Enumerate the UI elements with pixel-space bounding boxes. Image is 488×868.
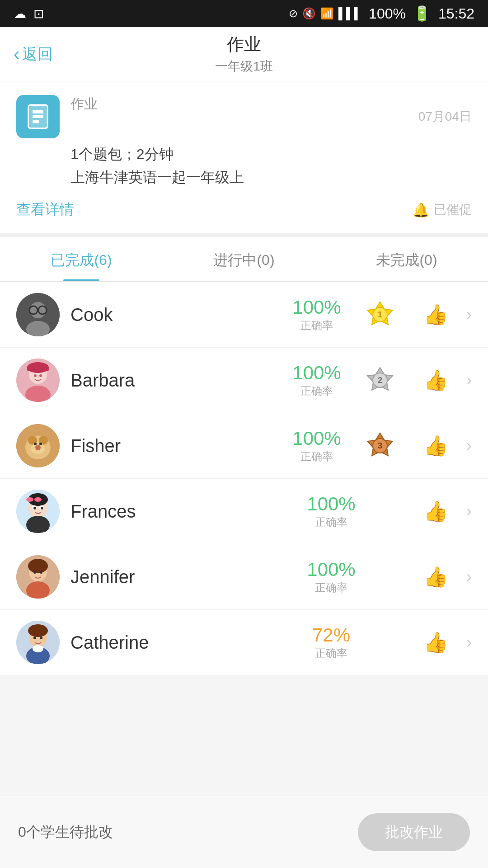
pending-count: 0个学生待批改	[18, 822, 113, 842]
tabs-bar: 已完成(6) 进行中(0) 未完成(0)	[0, 237, 488, 282]
assignment-label: 作业	[70, 96, 98, 111]
avatar	[16, 621, 60, 664]
student-name: Fisher	[70, 436, 279, 456]
table-row[interactable]: Jennifer 100% 正确率 👍 ›	[0, 544, 488, 610]
svg-point-60	[33, 645, 43, 652]
score-block: 72% 正确率	[304, 624, 358, 660]
thumbup-button[interactable]: 👍	[423, 434, 448, 458]
back-chevron-icon: ‹	[14, 45, 19, 63]
assignment-detail1: 1个题包；2分钟	[70, 143, 472, 166]
assignment-detail2: 上海牛津英语一起一年级上	[70, 166, 472, 189]
bell-icon: 🔔	[413, 202, 429, 218]
svg-point-53	[40, 571, 42, 574]
clock: 15:52	[438, 5, 474, 22]
avatar	[16, 293, 60, 336]
svg-point-34	[39, 443, 42, 445]
thumbup-button[interactable]: 👍	[423, 631, 448, 654]
score-label: 正确率	[290, 318, 344, 333]
assignment-footer: 查看详情 🔔 已催促	[16, 200, 472, 220]
student-name: Jennifer	[70, 567, 293, 587]
assignment-card: 作业 07月04日 1个题包；2分钟 上海牛津英语一起一年级上 查看详情 🔔 已…	[0, 81, 488, 237]
thumbup-button[interactable]: 👍	[423, 368, 448, 392]
score-percent: 100%	[290, 362, 344, 384]
svg-rect-21	[27, 368, 49, 371]
status-left-icons: ☁ ⊡	[14, 6, 44, 21]
assignment-details: 1个题包；2分钟 上海牛津英语一起一年级上	[70, 143, 472, 189]
tab-incomplete[interactable]: 未完成(0)	[325, 237, 488, 281]
score-label: 正确率	[304, 515, 358, 529]
battery-percent: 100%	[369, 5, 406, 22]
table-row[interactable]: Catherine 72% 正确率 👍 ›	[0, 610, 488, 675]
chevron-right-icon: ›	[466, 436, 472, 455]
table-row[interactable]: Barbara 100% 正确率 2 👍 ›	[0, 348, 488, 413]
score-percent: 100%	[304, 493, 358, 515]
image-icon: ⊡	[33, 6, 44, 21]
svg-point-58	[33, 637, 36, 639]
score-percent: 72%	[304, 624, 358, 646]
score-label: 正确率	[304, 646, 358, 660]
svg-text:3: 3	[378, 441, 382, 450]
svg-point-51	[28, 559, 48, 573]
svg-point-45	[41, 507, 43, 509]
avatar	[16, 555, 60, 599]
back-button[interactable]: ‹ 返回	[14, 44, 53, 65]
svg-point-44	[33, 507, 36, 509]
svg-point-23	[39, 374, 42, 377]
bottom-bar: 0个学生待批改 批改作业	[0, 796, 488, 868]
score-block: 100% 正确率	[290, 428, 344, 464]
score-block: 100% 正确率	[304, 559, 358, 595]
score-percent: 100%	[290, 428, 344, 449]
score-block: 100% 正确率	[290, 297, 344, 333]
battery-icon: 🔋	[413, 5, 431, 22]
mute-icon: 🔇	[302, 7, 316, 20]
chevron-right-icon: ›	[466, 567, 472, 586]
tab-completed[interactable]: 已完成(6)	[0, 237, 163, 281]
avatar	[16, 424, 60, 467]
student-name: Barbara	[70, 370, 279, 391]
page-title: 作业	[227, 33, 261, 56]
svg-point-46	[26, 497, 33, 502]
svg-point-47	[34, 497, 42, 502]
connectivity-icons: ⊘ 🔇 📶 ▌▌▌	[289, 7, 361, 20]
svg-point-32	[35, 445, 41, 450]
rank-medal: 1	[362, 297, 398, 333]
status-right-info: ⊘ 🔇 📶 ▌▌▌ 100% 🔋 15:52	[289, 5, 474, 22]
page-subtitle: 一年级1班	[215, 58, 273, 75]
grade-button[interactable]: 批改作业	[358, 813, 470, 851]
assignment-info: 作业	[70, 95, 98, 113]
score-percent: 100%	[290, 297, 344, 318]
score-block: 100% 正确率	[290, 362, 344, 398]
svg-point-52	[33, 571, 36, 574]
table-row[interactable]: Fisher 100% 正确率 3 👍 ›	[0, 413, 488, 479]
thumbup-button[interactable]: 👍	[423, 303, 448, 326]
document-icon	[25, 104, 51, 129]
score-block: 100% 正确率	[304, 493, 358, 529]
chevron-right-icon: ›	[466, 502, 472, 521]
student-list: Cook 100% 正确率 1 👍 ›	[0, 282, 488, 675]
avatar	[16, 359, 60, 402]
rank-medal: 2	[362, 362, 398, 398]
reminder-label: 已催促	[434, 201, 472, 218]
tab-inprogress[interactable]: 进行中(0)	[163, 237, 325, 281]
svg-point-57	[28, 624, 48, 637]
chevron-right-icon: ›	[466, 371, 472, 390]
score-label: 正确率	[290, 449, 344, 464]
svg-text:1: 1	[378, 310, 382, 319]
table-row[interactable]: Cook 100% 正确率 1 👍 ›	[0, 282, 488, 348]
student-name: Frances	[70, 501, 293, 522]
thumbup-button[interactable]: 👍	[423, 500, 448, 523]
rank-medal: 3	[362, 428, 398, 464]
svg-point-59	[40, 637, 42, 639]
bluetooth-icon: ⊘	[289, 7, 298, 20]
assignment-date: 07月04日	[418, 108, 472, 125]
cloud-icon: ☁	[14, 6, 26, 21]
view-detail-link[interactable]: 查看详情	[16, 200, 74, 220]
status-bar: ☁ ⊡ ⊘ 🔇 📶 ▌▌▌ 100% 🔋 15:52	[0, 0, 488, 27]
avatar	[16, 490, 60, 533]
svg-text:2: 2	[378, 376, 382, 385]
wifi-icon: 📶	[320, 7, 334, 20]
student-name: Cook	[70, 305, 279, 325]
table-row[interactable]: Frances 100% 正确率 👍 ›	[0, 479, 488, 544]
signal-icon: ▌▌▌	[338, 7, 361, 20]
thumbup-button[interactable]: 👍	[423, 565, 448, 589]
